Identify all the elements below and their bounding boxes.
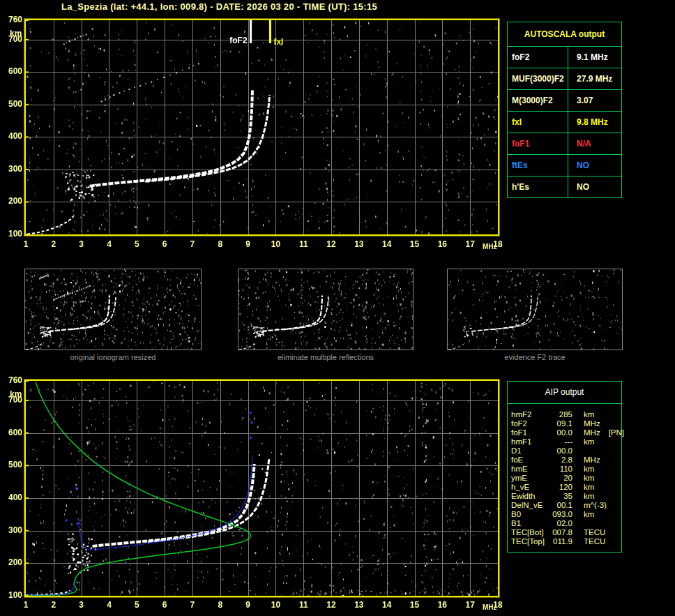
aip-output-table: AIP output hmF2285kmfoF209.1MHzfoF100.0M… (507, 381, 622, 553)
autoscala-row-value: 27.9 MHz (568, 68, 621, 89)
x-axis-label-bottom: 14 (379, 600, 395, 610)
autoscala-row-label: M(3000)F2 (508, 90, 568, 111)
x-axis-label-bottom: 13 (351, 600, 367, 610)
x-axis-label-top: 11 (295, 239, 312, 249)
aip-row-value: 09.1 (547, 419, 572, 428)
x-axis-label-top: 6 (156, 239, 173, 249)
scaled-ionogram-canvas (26, 20, 498, 234)
x-axis-label-top: 7 (184, 239, 201, 249)
aip-row-ewidth: Ewidth35km (508, 492, 621, 501)
x-axis-label-top: 5 (128, 239, 145, 249)
x-axis-label-top: 14 (379, 239, 395, 249)
y-axis-unit-bottom: km (10, 389, 25, 399)
x-axis-label-top: 2 (45, 239, 62, 249)
x-axis-label-bottom: 12 (323, 600, 340, 610)
autoscala-row-value: 9.8 MHz (568, 112, 621, 133)
autoscala-row-m-3000-f2: M(3000)F23.07 (508, 90, 621, 112)
x-axis-unit-bottom: MHz (479, 603, 500, 613)
aip-row-unit: TECU (584, 528, 605, 537)
aip-row-unit: km (584, 483, 594, 492)
autoscala-row-fof2: foF29.1 MHz (508, 47, 621, 68)
aip-table-header: AIP output (508, 382, 621, 404)
y-axis-label-bottom: 400 (1, 493, 22, 502)
x-axis-label-top: 4 (100, 239, 117, 249)
autoscala-row-label: MUF(3000)F2 (508, 68, 568, 89)
x-axis-label-bottom: 3 (73, 600, 90, 610)
thumbnail-eliminate-reflections (238, 269, 414, 350)
aip-row-h-ve: h_vE120km (508, 483, 621, 492)
autoscala-row-h-es: h'EsNO (508, 176, 621, 197)
aip-row-value: 007.8 (547, 528, 572, 537)
profile-ionogram-canvas (26, 381, 498, 596)
aip-row-label: D1 (508, 446, 547, 456)
x-axis-label-bottom: 11 (295, 600, 312, 610)
y-axis-label-top: 200 (1, 196, 22, 206)
aip-row-label: h_vE (508, 483, 547, 492)
aip-row-value: 2.8 (547, 456, 572, 465)
y-axis-label-top: 300 (1, 164, 22, 174)
autoscala-row-label: foF2 (508, 47, 568, 68)
x-axis-label-top: 17 (462, 239, 478, 249)
aip-row-label: DelN_vE (508, 501, 547, 510)
autoscala-row-label: h'Es (508, 176, 568, 197)
aip-row-value: 110 (547, 465, 572, 474)
x-axis-label-top: 3 (73, 239, 90, 249)
page-title: La_Spezia (lat: +44.1, lon: 009.8) - DAT… (61, 1, 377, 12)
y-axis-label-bottom: 300 (1, 525, 22, 535)
aip-row-yme: ymE20km (508, 474, 621, 483)
autoscala-row-value: 9.1 MHz (568, 47, 621, 68)
x-axis-unit-top: MHz (479, 242, 500, 252)
autoscala-row-label: fxI (508, 112, 568, 133)
autoscala-row-label: foF1 (508, 133, 568, 154)
aip-row-label: foF1 (508, 428, 547, 437)
x-axis-label-bottom: 5 (128, 600, 145, 610)
y-axis-label-top: 600 (1, 66, 22, 76)
aip-row-label: hmE (508, 465, 547, 474)
y-axis-label-bottom: 600 (1, 428, 22, 437)
x-axis-label-top: 13 (351, 239, 367, 249)
aip-row-label: TEC[Top] (508, 537, 547, 546)
y-axis-label-bottom: 760 (1, 375, 22, 385)
autoscala-row-value: NO (568, 155, 621, 176)
profile-ionogram-chart (24, 380, 499, 597)
aip-row-label: TEC[Bot] (508, 528, 547, 537)
aip-row-value: --- (547, 437, 572, 446)
aip-row-unit: m^(-3) (584, 501, 607, 510)
aip-row-value: 120 (547, 483, 572, 492)
aip-row-value: 02.0 (547, 519, 572, 528)
aip-row-label: hmF1 (508, 437, 547, 446)
x-axis-label-top: 8 (212, 239, 229, 249)
aip-row-unit: km (584, 465, 594, 474)
aip-row-unit: km (584, 437, 594, 446)
thumbnail-original-canvas (25, 269, 201, 350)
x-axis-label-top: 9 (240, 239, 257, 249)
aip-row-label: foF2 (508, 419, 547, 428)
aip-row-fof2: foF209.1MHz (508, 419, 621, 428)
x-axis-label-top: 10 (267, 239, 284, 249)
thumbnail-caption-evidence: evidence F2 trace (447, 353, 623, 361)
aip-row-label: ymE (508, 474, 547, 483)
thumbnail-evidence-canvas (448, 269, 622, 350)
y-axis-label-bottom: 500 (1, 460, 22, 469)
aip-row-hmf2: hmF2285km (508, 410, 621, 419)
x-axis-label-top: 1 (17, 239, 34, 249)
x-axis-label-bottom: 4 (100, 600, 117, 610)
aip-row-label: B1 (508, 519, 547, 528)
x-axis-label-top: 15 (407, 239, 423, 249)
x-axis-label-bottom: 10 (267, 600, 284, 610)
autoscala-row-ftes: ftEsNO (508, 155, 621, 176)
x-axis-label-bottom: 9 (240, 600, 257, 610)
aip-row-unit: MHz (584, 428, 600, 437)
aip-row-tec-top-: TEC[Top]011.9TECU (508, 537, 621, 546)
aip-row-unit: km (584, 510, 594, 519)
x-axis-label-top: 12 (323, 239, 340, 249)
aip-row-deln-ve: DelN_vE00.1m^(-3) (508, 501, 621, 510)
aip-row-b1: B102.0 (508, 519, 621, 528)
thumbnail-caption-original: original ionogram resized (24, 353, 202, 361)
aip-row-unit: MHz (584, 456, 600, 465)
aip-row-unit: km (584, 410, 594, 419)
autoscala-table-header: AUTOSCALA output (508, 22, 621, 47)
x-axis-label-bottom: 16 (434, 600, 450, 610)
thumbnail-original-ionogram (24, 269, 202, 350)
aip-row-unit: km (584, 474, 594, 483)
